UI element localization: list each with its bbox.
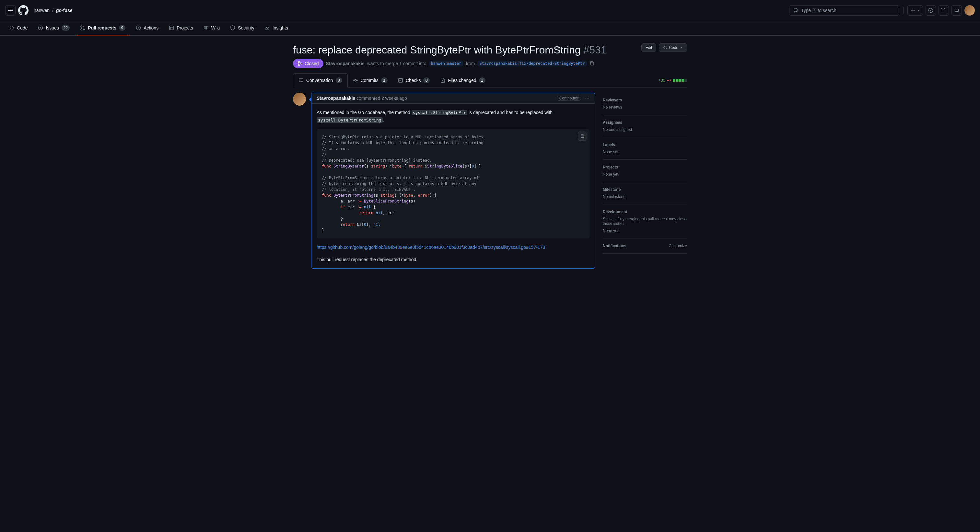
- tab-conversation[interactable]: Conversation3: [293, 73, 348, 87]
- graph-icon: [265, 25, 270, 30]
- nav-insights[interactable]: Insights: [261, 21, 292, 35]
- github-logo-icon[interactable]: [18, 5, 29, 16]
- diff-squares: [673, 79, 687, 82]
- head-branch[interactable]: Stavrospanakakis:fix/deprecated-StringBy…: [477, 60, 587, 67]
- tab-files-label: Files changed: [448, 78, 476, 83]
- sidebar-title: Projects: [603, 165, 687, 170]
- pr-tabs: Conversation3 Commits1 Checks0 Files cha…: [293, 73, 687, 87]
- issues-count: 22: [62, 25, 70, 31]
- svg-point-4: [81, 25, 82, 27]
- caret-down-icon: [679, 46, 683, 49]
- nav-actions-label: Actions: [143, 25, 159, 30]
- merge-icon: [298, 61, 303, 66]
- tab-conversation-label: Conversation: [306, 78, 333, 83]
- sidebar-title: Assignees: [603, 120, 687, 125]
- sidebar-projects: Projects None yet: [603, 160, 687, 182]
- diff-stats: +35 −7: [659, 78, 687, 83]
- code-dropdown-button[interactable]: Code: [659, 43, 687, 52]
- pull-request-icon: [941, 8, 946, 13]
- user-avatar[interactable]: [964, 5, 975, 16]
- copy-code-button[interactable]: [578, 132, 587, 141]
- nav-code[interactable]: Code: [5, 21, 32, 35]
- breadcrumb-repo[interactable]: go-fuse: [56, 8, 73, 13]
- sidebar: Reviewers No reviews Assignees No one as…: [603, 93, 687, 268]
- inbox-icon: [954, 8, 959, 13]
- nav-pulls[interactable]: Pull requests9: [76, 21, 129, 35]
- sidebar-title: Development: [603, 210, 687, 214]
- comment-box: Stavrospanakakis commented 2 weeks ago C…: [311, 93, 595, 268]
- sidebar-notifications: Notifications Customize: [603, 238, 687, 254]
- base-branch[interactable]: hanwen:master: [429, 60, 463, 67]
- sidebar-value: Successfully merging this pull request m…: [603, 217, 687, 226]
- sidebar-reviewers: Reviewers No reviews: [603, 93, 687, 115]
- nav-issues[interactable]: Issues22: [34, 21, 73, 35]
- issue-icon: [928, 8, 933, 13]
- search-input[interactable]: Type / to search: [789, 5, 899, 16]
- nav-issues-label: Issues: [46, 25, 59, 30]
- comment-text: This pull request replaces the deprecate…: [317, 257, 417, 262]
- svg-point-3: [40, 27, 41, 29]
- commit-icon: [353, 78, 358, 83]
- nav-actions[interactable]: Actions: [132, 21, 162, 35]
- file-diff-icon: [440, 78, 445, 83]
- issues-button[interactable]: [926, 5, 936, 16]
- pr-from-text: from: [466, 61, 475, 66]
- tab-commits[interactable]: Commits1: [348, 73, 393, 87]
- code-content: // StringBytePtr returns a pointer to a …: [322, 134, 584, 233]
- code-button-label: Code: [669, 45, 678, 50]
- sidebar-title: Notifications: [603, 244, 627, 248]
- search-placeholder-text: Type / to search: [801, 8, 837, 13]
- tab-checks[interactable]: Checks0: [393, 73, 435, 87]
- sidebar-assignees: Assignees No one assigned: [603, 115, 687, 137]
- notifications-button[interactable]: [951, 5, 962, 16]
- nav-security[interactable]: Security: [226, 21, 258, 35]
- code-icon: [9, 25, 14, 30]
- comment-body: As mentioned in the Go codebase, the met…: [312, 104, 595, 268]
- svg-rect-12: [591, 62, 594, 65]
- edit-button[interactable]: Edit: [641, 43, 657, 52]
- caret-down-icon: [917, 9, 920, 12]
- copy-icon[interactable]: [590, 61, 595, 66]
- search-icon: [793, 8, 799, 13]
- comment-menu-button[interactable]: ⋯: [585, 95, 590, 101]
- pulls-button[interactable]: [939, 5, 949, 16]
- pull-request-icon: [80, 25, 85, 30]
- create-new-button[interactable]: [907, 5, 923, 16]
- pulls-count: 9: [119, 25, 126, 31]
- tab-files[interactable]: Files changed1: [435, 73, 490, 87]
- svg-point-9: [298, 61, 299, 62]
- inline-code: syscall.BytePtrFromString: [317, 117, 383, 123]
- hamburger-menu[interactable]: [5, 5, 16, 16]
- pr-number: #531: [583, 44, 606, 56]
- plus-icon: [910, 8, 915, 13]
- sidebar-title: Reviewers: [603, 98, 687, 102]
- breadcrumb-owner[interactable]: hanwen: [34, 8, 49, 13]
- nav-insights-label: Insights: [272, 25, 288, 30]
- hamburger-icon: [8, 8, 13, 13]
- svg-point-1: [930, 10, 931, 11]
- nav-wiki[interactable]: Wiki: [200, 21, 224, 35]
- svg-point-10: [298, 65, 299, 66]
- nav-code-label: Code: [17, 25, 27, 30]
- comment-author[interactable]: Stavrospanakakis: [317, 95, 355, 101]
- customize-link[interactable]: Customize: [668, 244, 687, 248]
- comment-avatar[interactable]: [293, 93, 306, 106]
- book-icon: [204, 25, 209, 30]
- diff-additions: +35: [659, 78, 666, 83]
- sidebar-value: No one assigned: [603, 127, 687, 132]
- breadcrumb: hanwen / go-fuse: [34, 8, 73, 13]
- divider: [903, 7, 904, 14]
- tab-commits-label: Commits: [361, 78, 379, 83]
- comment-header: Stavrospanakakis commented 2 weeks ago C…: [312, 93, 595, 104]
- reference-link[interactable]: https://github.com/golang/go/blob/8a4b43…: [317, 245, 545, 250]
- svg-point-5: [81, 29, 82, 30]
- pr-author[interactable]: Stavrospanakakis: [326, 61, 364, 66]
- status-text: Closed: [305, 61, 319, 66]
- nav-pulls-label: Pull requests: [88, 25, 116, 30]
- contributor-badge: Contributor: [557, 95, 581, 101]
- commits-count: 1: [381, 78, 388, 83]
- sidebar-value: No milestone: [603, 194, 687, 199]
- sidebar-milestone: Milestone No milestone: [603, 182, 687, 205]
- comment: Stavrospanakakis commented 2 weeks ago C…: [293, 93, 595, 268]
- nav-projects[interactable]: Projects: [165, 21, 197, 35]
